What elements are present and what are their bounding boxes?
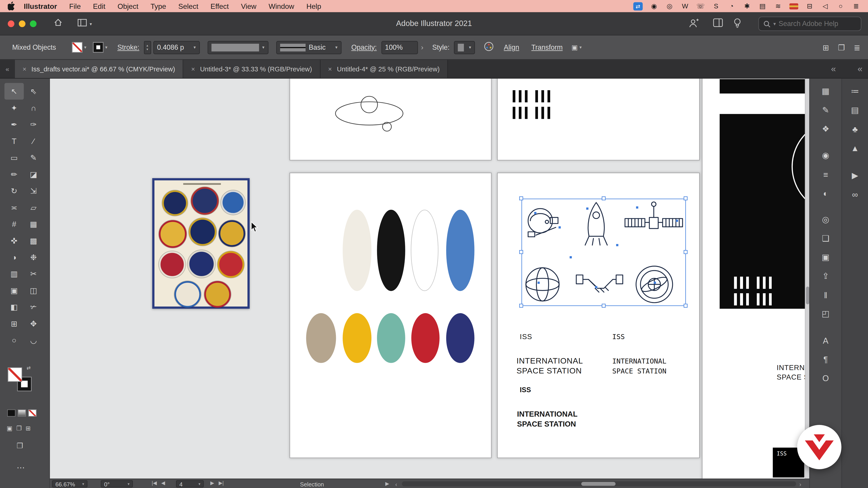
zoom-level-dropdown[interactable]: 66.67% ▾ [52, 480, 88, 488]
eyedropper-tool[interactable]: ✜ [4, 232, 24, 249]
status-expand-icon[interactable]: ▶ [385, 481, 389, 486]
tracker-icon[interactable]: ✱ [743, 2, 751, 10]
brush-name[interactable]: Basic [309, 43, 326, 51]
width-tool[interactable]: ≍ [4, 199, 24, 216]
rotate-tool[interactable]: ↻ [4, 183, 24, 199]
line-segment-tool[interactable]: ∕ [24, 133, 43, 149]
arrange-documents-icon[interactable] [78, 19, 87, 29]
zoom-tool[interactable]: ○ [4, 332, 24, 348]
rotation-dropdown[interactable]: 0° ▾ [101, 480, 133, 488]
brush-chevron-icon[interactable]: ▾ [335, 45, 338, 50]
layers-panel-icon[interactable]: ❏ [810, 229, 842, 248]
password-manager-icon[interactable]: S [712, 2, 720, 10]
vertical-scrollbar-thumb[interactable] [806, 287, 809, 304]
collapse-dock-b-icon[interactable]: « [858, 64, 863, 74]
crop-image-tool[interactable]: ⊞ [4, 315, 24, 332]
magic-wand-tool[interactable]: ✦ [4, 100, 24, 116]
menu-view[interactable]: View [241, 2, 256, 10]
scroll-left-icon[interactable]: ‹ [395, 481, 397, 487]
libraries-panel-icon[interactable]: ▤ [842, 101, 868, 120]
horizontal-scrollbar[interactable] [402, 482, 796, 486]
menu-select[interactable]: Select [178, 2, 198, 10]
free-transform-tool[interactable]: ▱ [24, 199, 43, 216]
artboard-tool[interactable]: ▣ [4, 282, 24, 299]
menu-object[interactable]: Object [118, 2, 138, 10]
pencil-tool[interactable]: ✏ [4, 166, 24, 183]
appearance-panel-icon[interactable]: ◎ [810, 210, 842, 229]
asset-export-panel-icon[interactable]: ⇪ [810, 267, 842, 285]
previous-artboard-icon[interactable]: ◀ [161, 480, 165, 486]
fill-color-well[interactable] [8, 367, 22, 382]
rectangle-tool[interactable]: ▭ [4, 149, 24, 166]
tab-close-icon[interactable]: × [328, 65, 332, 73]
graphic-styles-icon[interactable]: ▲ [842, 138, 868, 157]
draw-normal-icon[interactable]: ▣ [6, 425, 12, 432]
align-panel-icon[interactable]: ‖ [810, 286, 842, 304]
artboards-panel-icon[interactable]: ▣ [810, 248, 842, 267]
minimize-window-button[interactable] [19, 21, 25, 27]
zoom-window-button[interactable] [30, 21, 36, 27]
selection-handle[interactable] [519, 304, 523, 307]
none-button[interactable] [28, 410, 37, 417]
draw-behind-icon[interactable]: ❐ [16, 425, 22, 432]
zoom-chevron-icon[interactable]: ▾ [82, 482, 84, 486]
recolor-artwork-icon[interactable] [484, 41, 494, 53]
vertical-scrollbar[interactable] [805, 78, 809, 479]
align-link[interactable]: Align [504, 43, 519, 51]
stroke-swatch-chevron-icon[interactable]: ▾ [105, 45, 107, 50]
home-icon[interactable] [53, 18, 63, 30]
type-tool[interactable]: T [4, 133, 24, 149]
first-artboard-icon[interactable]: |◀ [152, 480, 157, 486]
column-graph-tool[interactable]: ▥ [4, 266, 24, 282]
artboard-chevron-icon[interactable]: ▾ [198, 482, 200, 486]
menu-type[interactable]: Type [151, 2, 166, 10]
search-scope-chevron-icon[interactable]: ▾ [773, 21, 776, 26]
close-window-button[interactable] [8, 21, 14, 27]
isolate-selection-icon[interactable]: ▣ [571, 43, 578, 51]
notification-center-icon[interactable]: ≣ [852, 2, 860, 10]
links-panel-icon[interactable]: ∞ [842, 185, 868, 203]
artboard-number-value[interactable]: 4 [179, 481, 182, 487]
character-panel-icon[interactable]: A [810, 331, 842, 350]
transparency-panel-icon[interactable]: ◐ [810, 184, 842, 202]
stroke-weight-field[interactable]: 0.4086 p ▾ [153, 41, 199, 54]
menu-window[interactable]: Window [269, 2, 294, 10]
media-icon[interactable]: ◎ [665, 2, 674, 10]
opacity-value[interactable]: 100% [385, 43, 403, 51]
collapse-left-dock-icon[interactable]: « [0, 65, 15, 73]
control-menu-icon[interactable]: ≣ [854, 43, 860, 52]
rotation-chevron-icon[interactable]: ▾ [127, 482, 129, 486]
rotation-value[interactable]: 0° [104, 481, 110, 487]
isolate-chevron-icon[interactable]: ▾ [579, 45, 582, 50]
knife-tool[interactable]: ✃ [24, 299, 43, 315]
display-arrows-icon[interactable]: ⇄ [633, 2, 643, 10]
live-paint-bucket-tool[interactable]: ◧ [4, 299, 24, 315]
wifi-icon[interactable]: ≋ [774, 2, 782, 10]
discover-lightbulb-icon[interactable] [733, 18, 742, 31]
menu-help[interactable]: Help [306, 2, 321, 10]
symbols-panel-icon[interactable]: ❖ [810, 120, 842, 138]
width-profile-chevron-icon[interactable]: ▾ [262, 45, 265, 50]
display-icon[interactable]: ▤ [758, 2, 767, 10]
paragraph-panel-icon[interactable]: ¶ [810, 350, 842, 368]
fill-swatch-chevron-icon[interactable]: ▾ [84, 45, 86, 50]
fill-swatch[interactable] [72, 42, 83, 53]
gradient-panel-icon[interactable]: ◉ [810, 146, 842, 165]
document-tab-3[interactable]: × Untitled-4* @ 25 % (RGB/Preview) [320, 60, 448, 78]
color-button[interactable] [7, 410, 16, 417]
collapse-dock-a-icon[interactable]: « [831, 64, 836, 74]
panels-icon[interactable] [713, 18, 723, 29]
menu-effect[interactable]: Effect [211, 2, 229, 10]
selection-handle[interactable] [602, 304, 606, 307]
control-center-icon[interactable]: ⊟ [805, 2, 814, 10]
opentype-panel-icon[interactable]: O [810, 368, 842, 387]
rotate-view-tool[interactable]: ◡ [24, 332, 43, 348]
opacity-link[interactable]: Opacity: [351, 43, 377, 51]
stroke-swatch[interactable] [93, 42, 103, 53]
width-profile-dropdown[interactable]: ▾ [207, 41, 268, 54]
slice-tool[interactable]: ✂ [24, 266, 43, 282]
horizontal-scrollbar-thumb[interactable] [581, 482, 616, 486]
input-source-icon[interactable]: ▦ [789, 3, 798, 9]
zoom-level-value[interactable]: 66.67% [55, 481, 75, 487]
stepper-down-icon[interactable]: ▾ [147, 47, 148, 51]
